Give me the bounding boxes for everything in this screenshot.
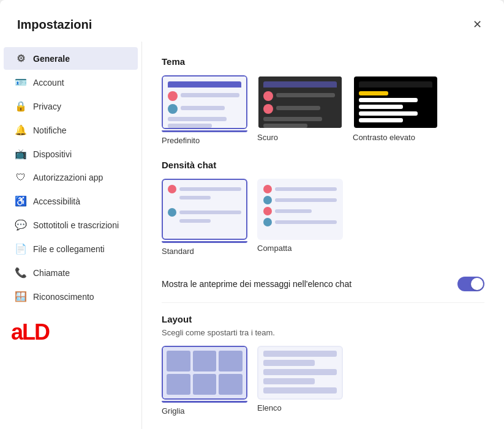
sidebar-icon-accessibilita: ♿: [15, 195, 27, 207]
sidebar-icon-file: 📄: [15, 243, 27, 255]
layout-card-griglia[interactable]: Griglia: [162, 346, 247, 416]
densita-cards-row: Standard: [162, 179, 484, 256]
tema-predefinito-img: [162, 75, 247, 129]
main-content: Tema: [142, 42, 504, 429]
sidebar-item-riconoscimento[interactable]: 🪟Riconoscimento: [4, 285, 138, 308]
sidebar-label-riconoscimento: Riconoscimento: [33, 292, 94, 302]
densita-standard-img: [162, 179, 247, 240]
layout-elenco-label: Elenco: [257, 403, 282, 412]
sidebar-item-generale[interactable]: ⚙Generale: [4, 47, 138, 70]
dialog-title: Impostazioni: [17, 18, 92, 32]
sidebar-item-notifiche[interactable]: 🔔Notifiche: [4, 119, 138, 141]
sidebar-icon-account: 🪪: [15, 76, 27, 88]
sidebar-label-autorizzazioni: Autorizzazioni app: [33, 173, 103, 182]
layout-subtitle: Scegli come spostarti tra i team.: [162, 328, 484, 337]
toggle-label: Mostra le anteprime dei messaggi nell'el…: [162, 279, 352, 289]
sidebar-item-account[interactable]: 🪪Account: [4, 71, 138, 94]
toggle-row: Mostra le anteprime dei messaggi nell'el…: [162, 270, 484, 303]
tema-card-contrasto[interactable]: Contrasto elevato: [353, 75, 438, 145]
sidebar-icon-autorizzazioni: 🛡: [15, 172, 27, 183]
layout-section-title: Layout: [162, 314, 484, 324]
sidebar-icon-generale: ⚙: [15, 53, 27, 64]
densita-section-title: Densità chat: [162, 160, 484, 170]
sidebar-icon-privacy: 🔒: [15, 100, 27, 112]
sidebar-item-sottotitoli[interactable]: 💬Sottotitoli e trascrizioni: [4, 214, 138, 236]
densita-standard-label: Standard: [162, 247, 194, 256]
dialog-body: ⚙Generale🪪Account🔒Privacy🔔Notifiche📺Disp…: [0, 42, 504, 429]
sidebar-icon-riconoscimento: 🪟: [15, 291, 27, 302]
tema-card-predefinito[interactable]: Predefinito: [162, 75, 247, 145]
sidebar-label-notifiche: Notifiche: [33, 125, 66, 135]
sidebar-item-privacy[interactable]: 🔒Privacy: [4, 95, 138, 118]
sidebar-item-autorizzazioni[interactable]: 🛡Autorizzazioni app: [4, 166, 138, 188]
tema-predefinito-label: Predefinito: [162, 136, 200, 145]
sidebar-item-chiamate[interactable]: 📞Chiamate: [4, 261, 138, 284]
sidebar-label-accessibilita: Accessibilità: [33, 196, 80, 206]
sidebar-label-chiamate: Chiamate: [33, 268, 70, 278]
sidebar-label-privacy: Privacy: [33, 102, 61, 111]
tema-section-title: Tema: [162, 56, 484, 67]
close-button[interactable]: ✕: [467, 15, 487, 34]
tema-scuro-img: [257, 75, 343, 129]
densita-standard-bar: [162, 241, 247, 243]
toggle-knob: [471, 278, 483, 290]
layout-griglia-label: Griglia: [162, 406, 185, 416]
settings-dialog: Impostazioni ✕ ⚙Generale🪪Account🔒Privacy…: [0, 0, 504, 429]
sidebar-icon-notifiche: 🔔: [15, 124, 27, 136]
tema-contrasto-label: Contrasto elevato: [353, 133, 415, 142]
sidebar-label-dispositivi: Dispositivi: [33, 149, 72, 159]
sidebar-label-generale: Generale: [33, 54, 70, 64]
densita-compatta-label: Compatta: [257, 244, 291, 253]
sidebar-item-dispositivi[interactable]: 📺Dispositivi: [4, 143, 138, 165]
layout-griglia-img: [162, 346, 247, 400]
layout-card-elenco[interactable]: Elenco: [257, 346, 343, 416]
sidebar: ⚙Generale🪪Account🔒Privacy🔔Notifiche📺Disp…: [0, 42, 142, 429]
sidebar-logo: aLD: [0, 308, 141, 350]
sidebar-label-account: Account: [33, 78, 64, 88]
densita-card-standard[interactable]: Standard: [162, 179, 247, 256]
logo-text: aLD: [11, 319, 49, 345]
sidebar-label-sottotitoli: Sottotitoli e trascrizioni: [33, 220, 119, 230]
tema-cards-row: Predefinito: [162, 75, 484, 145]
sidebar-icon-sottotitoli: 💬: [15, 219, 27, 231]
sidebar-icon-chiamate: 📞: [15, 267, 27, 278]
sidebar-label-file: File e collegamenti: [33, 244, 105, 254]
layout-elenco-img: [257, 346, 343, 400]
tema-predefinito-bar: [162, 130, 247, 132]
tema-contrasto-img: [353, 75, 438, 129]
sidebar-item-accessibilita[interactable]: ♿Accessibilità: [4, 190, 138, 212]
layout-cards-row: Griglia Elenco: [162, 346, 484, 416]
sidebar-item-file[interactable]: 📄File e collegamenti: [4, 237, 138, 260]
densita-card-compatta[interactable]: Compatta: [257, 179, 343, 256]
tema-card-scuro[interactable]: Scuro: [257, 75, 343, 145]
sidebar-icon-dispositivi: 📺: [15, 148, 27, 160]
densita-compatta-img: [257, 179, 343, 240]
dialog-header: Impostazioni ✕: [0, 0, 504, 42]
tema-scuro-label: Scuro: [257, 133, 278, 142]
layout-griglia-bar: [162, 401, 247, 403]
toggle-switch[interactable]: [457, 277, 484, 291]
